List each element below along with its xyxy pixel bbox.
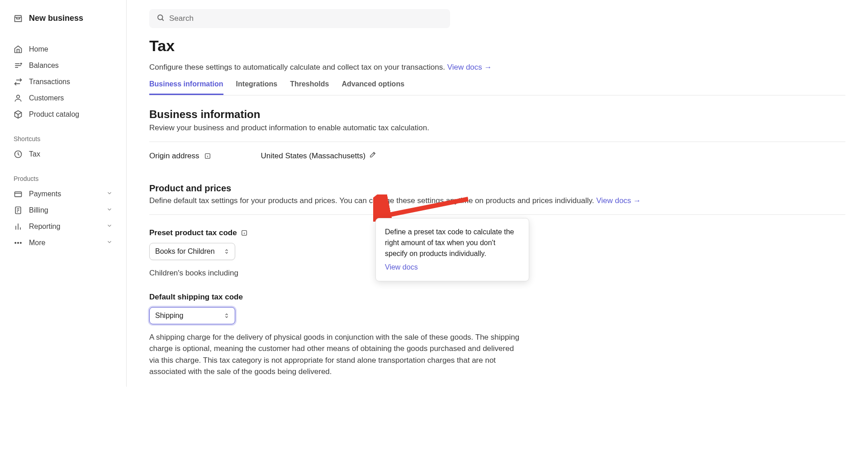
section-title: Business information (149, 108, 845, 121)
store-icon (14, 14, 23, 23)
sidebar-item-label: More (29, 239, 45, 247)
updown-icon (224, 248, 229, 255)
select-value: Shipping (155, 312, 183, 320)
business-header[interactable]: New business (14, 14, 126, 23)
origin-address-value: United States (Massachusetts) (261, 151, 376, 161)
sidebar-item-label: Customers (29, 94, 64, 102)
subsection-title: Product and prices (149, 183, 845, 194)
divider (149, 214, 845, 215)
tab-integrations[interactable]: Integrations (236, 80, 278, 95)
transactions-icon (14, 77, 23, 86)
tabs: Business information Integrations Thresh… (149, 80, 845, 95)
sidebar-item-billing[interactable]: Billing (14, 202, 126, 218)
sidebar-item-payments[interactable]: Payments (14, 186, 126, 202)
chevron-down-icon (106, 223, 113, 231)
svg-point-12 (17, 242, 19, 243)
sidebar-item-home[interactable]: Home (14, 41, 126, 57)
clock-icon (14, 150, 23, 159)
tab-thresholds[interactable]: Thresholds (290, 80, 329, 95)
sidebar-item-label: Tax (29, 150, 40, 158)
updown-icon (224, 312, 229, 319)
preset-tax-code-select[interactable]: Books for Children (149, 243, 235, 260)
help-text: A shipping charge for the delivery of ph… (149, 332, 520, 378)
sidebar-item-more[interactable]: More (14, 235, 126, 251)
search-placeholder: Search (169, 14, 194, 23)
svg-point-14 (158, 15, 163, 20)
origin-address-row: Origin address United States (Massachuse… (149, 151, 845, 161)
sidebar-item-label: Billing (29, 206, 48, 214)
sidebar: New business Home Balances Transactions … (0, 0, 127, 387)
search-icon (157, 14, 165, 24)
wallet-icon (14, 190, 23, 199)
sidebar-item-label: Product catalog (29, 110, 79, 118)
sidebar-item-transactions[interactable]: Transactions (14, 74, 126, 90)
page-title: Tax (149, 37, 845, 55)
chevron-down-icon (106, 239, 113, 247)
sidebar-item-customers[interactable]: Customers (14, 90, 126, 106)
home-icon (14, 45, 23, 54)
svg-point-13 (20, 242, 21, 243)
svg-point-11 (15, 242, 16, 243)
chart-icon (14, 222, 23, 231)
svg-point-4 (17, 95, 20, 98)
sidebar-section-products: Products (14, 175, 126, 182)
customers-icon (14, 94, 23, 103)
info-icon[interactable] (204, 152, 211, 160)
chevron-down-icon (106, 190, 113, 198)
divider (149, 142, 845, 142)
edit-icon[interactable] (369, 151, 376, 161)
business-name: New business (29, 14, 83, 23)
sidebar-item-label: Payments (29, 190, 61, 198)
svg-line-15 (162, 19, 164, 21)
sidebar-item-tax[interactable]: Tax (14, 146, 126, 162)
sidebar-item-product-catalog[interactable]: Product catalog (14, 106, 126, 123)
view-docs-link[interactable]: View docs → (596, 196, 641, 205)
package-icon (14, 110, 23, 119)
tooltip-text: Define a preset tax code to calculate th… (385, 227, 520, 259)
shipping-tax-code-select[interactable]: Shipping (149, 307, 235, 324)
chevron-down-icon (106, 206, 113, 214)
sidebar-item-label: Transactions (29, 78, 70, 86)
tooltip: Define a preset tax code to calculate th… (375, 218, 529, 281)
sidebar-item-balances[interactable]: Balances (14, 57, 126, 74)
page-description: Configure these settings to automaticall… (149, 63, 845, 72)
sidebar-item-reporting[interactable]: Reporting (14, 218, 126, 235)
subsection-description: Define default tax settings for your pro… (149, 196, 845, 205)
shipping-tax-code-field: Default shipping tax code Shipping A shi… (149, 293, 845, 378)
svg-point-3 (20, 63, 21, 65)
select-value: Books for Children (155, 247, 215, 256)
balances-icon (14, 61, 23, 70)
view-docs-link[interactable]: View docs → (447, 63, 492, 71)
invoice-icon (14, 206, 23, 215)
origin-address-label: Origin address (149, 152, 199, 161)
tab-advanced-options[interactable]: Advanced options (342, 80, 404, 95)
svg-rect-6 (15, 192, 22, 197)
more-icon (14, 238, 23, 247)
sidebar-item-label: Balances (29, 62, 59, 70)
sidebar-section-shortcuts: Shortcuts (14, 135, 126, 142)
field-label: Default shipping tax code (149, 293, 845, 302)
tooltip-view-docs-link[interactable]: View docs (385, 262, 418, 273)
tab-business-information[interactable]: Business information (149, 80, 223, 95)
main-content: Search Tax Configure these settings to a… (127, 0, 868, 387)
sidebar-item-label: Home (29, 45, 48, 53)
section-description: Review your business and product informa… (149, 123, 845, 133)
search-input[interactable]: Search (149, 9, 450, 28)
info-icon[interactable] (241, 229, 248, 237)
sidebar-item-label: Reporting (29, 223, 60, 231)
